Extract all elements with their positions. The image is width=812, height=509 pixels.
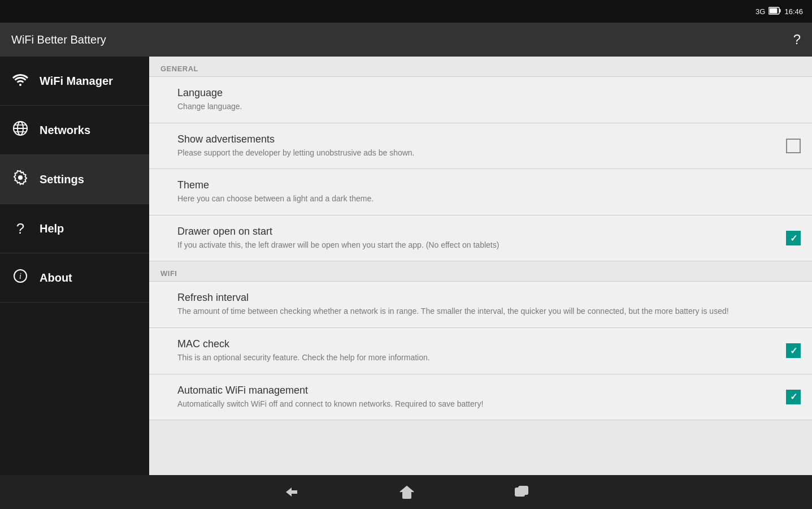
- sidebar-label-help: Help: [40, 222, 64, 235]
- settings-item-drawer-text: Drawer open on start If you activate thi…: [177, 226, 775, 251]
- svg-point-8: [18, 175, 23, 180]
- auto-wifi-title: Automatic WiFi management: [177, 385, 775, 396]
- theme-subtitle: Here you can choose between a light and …: [177, 193, 801, 205]
- help-button[interactable]: ?: [793, 32, 801, 48]
- status-bar-icons: 3G 16:46: [755, 7, 803, 16]
- app-bar: WiFi Better Battery ?: [0, 23, 812, 57]
- auto-wifi-checkbox[interactable]: [786, 390, 801, 404]
- svg-text:i: i: [19, 272, 21, 281]
- sidebar-item-settings[interactable]: Settings: [0, 155, 149, 204]
- signal-icon: 3G: [755, 7, 765, 16]
- mac-checkbox[interactable]: [786, 343, 801, 358]
- sidebar-item-help[interactable]: ? Help: [0, 204, 149, 253]
- auto-wifi-subtitle: Automatically switch WiFi off and connec…: [177, 399, 775, 410]
- section-header-general: GENERAL: [149, 57, 812, 77]
- settings-item-mac-check[interactable]: MAC check This is an optional security f…: [149, 328, 812, 374]
- language-title: Language: [177, 87, 801, 99]
- time-display: 16:46: [784, 7, 803, 16]
- settings-item-language[interactable]: Language Change language.: [149, 77, 812, 123]
- theme-title: Theme: [177, 179, 801, 191]
- drawer-checkbox-container[interactable]: [786, 231, 801, 245]
- svg-rect-13: [519, 486, 528, 494]
- settings-item-refresh-text: Refresh interval The amount of time betw…: [177, 292, 801, 317]
- app-bar-title: WiFi Better Battery: [11, 33, 106, 46]
- ads-checkbox-container[interactable]: [786, 139, 801, 153]
- sidebar-label-wifi-manager: WiFi Manager: [40, 75, 113, 88]
- svg-rect-11: [403, 492, 411, 498]
- recents-button[interactable]: [510, 481, 533, 503]
- svg-rect-2: [770, 8, 778, 13]
- help-icon: ?: [11, 220, 29, 238]
- sidebar: WiFi Manager Networks: [0, 57, 149, 475]
- settings-item-show-advertisements[interactable]: Show advertisements Please support the d…: [149, 123, 812, 170]
- sidebar-item-networks[interactable]: Networks: [0, 106, 149, 155]
- settings-item-theme-text: Theme Here you can choose between a ligh…: [177, 179, 801, 205]
- ads-subtitle: Please support the developer by letting …: [177, 148, 775, 159]
- mac-checkbox-container[interactable]: [786, 343, 801, 358]
- back-button[interactable]: [279, 481, 304, 503]
- drawer-checkbox[interactable]: [786, 231, 801, 245]
- settings-item-auto-wifi-text: Automatic WiFi management Automatically …: [177, 385, 775, 410]
- refresh-title: Refresh interval: [177, 292, 801, 304]
- sidebar-label-settings: Settings: [40, 173, 84, 186]
- content-area: GENERAL Language Change language. Show a…: [149, 57, 812, 475]
- wifi-icon: [11, 72, 29, 90]
- bottom-nav: [0, 475, 812, 509]
- globe-icon: [11, 120, 29, 140]
- main-layout: WiFi Manager Networks: [0, 57, 812, 475]
- auto-wifi-checkbox-container[interactable]: [786, 390, 801, 404]
- refresh-subtitle: The amount of time between checking whet…: [177, 306, 801, 317]
- drawer-title: Drawer open on start: [177, 226, 775, 238]
- settings-icon: [11, 170, 29, 189]
- settings-item-auto-wifi[interactable]: Automatic WiFi management Automatically …: [149, 374, 812, 421]
- sidebar-item-wifi-manager[interactable]: WiFi Manager: [0, 57, 149, 106]
- language-subtitle: Change language.: [177, 101, 801, 113]
- section-header-wifi: WIFI: [149, 261, 812, 282]
- battery-icon: [768, 7, 781, 16]
- status-bar: 3G 16:46: [0, 0, 812, 23]
- ads-title: Show advertisements: [177, 133, 775, 145]
- info-icon: i: [11, 269, 29, 287]
- settings-item-ads-text: Show advertisements Please support the d…: [177, 133, 775, 159]
- settings-item-theme[interactable]: Theme Here you can choose between a ligh…: [149, 169, 812, 215]
- sidebar-item-about[interactable]: i About: [0, 253, 149, 303]
- ads-checkbox[interactable]: [786, 139, 801, 153]
- mac-title: MAC check: [177, 338, 775, 350]
- svg-rect-1: [780, 9, 781, 12]
- settings-item-mac-text: MAC check This is an optional security f…: [177, 338, 775, 364]
- settings-item-drawer-open[interactable]: Drawer open on start If you activate thi…: [149, 215, 812, 262]
- settings-item-refresh-interval[interactable]: Refresh interval The amount of time betw…: [149, 282, 812, 328]
- mac-subtitle: This is an optional security feature. Ch…: [177, 352, 775, 364]
- sidebar-label-about: About: [40, 271, 72, 284]
- home-button[interactable]: [394, 480, 419, 504]
- sidebar-label-networks: Networks: [40, 124, 90, 137]
- settings-item-language-text: Language Change language.: [177, 87, 801, 113]
- drawer-subtitle: If you activate this, the left drawer wi…: [177, 240, 775, 251]
